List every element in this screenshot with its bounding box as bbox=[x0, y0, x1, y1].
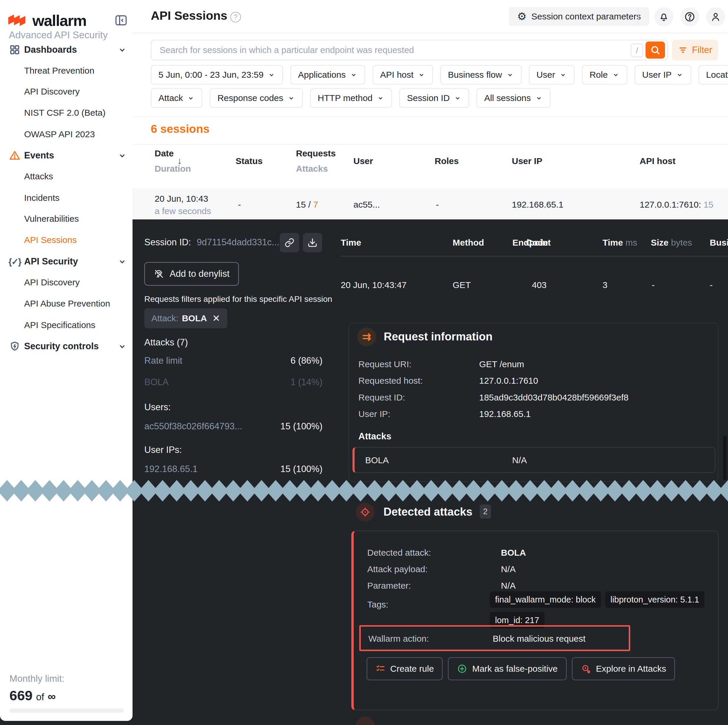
cell-api-host: 127.0.0.1:7610: 15 bbox=[640, 200, 713, 210]
sidebar-subtitle: Advanced API Security bbox=[9, 29, 108, 41]
main-content: API Sessions ? ⚙ Session context paramet… bbox=[133, 0, 728, 219]
attack-alert-row[interactable]: BOLA N/A bbox=[353, 447, 715, 473]
wallarm-app: wallarm Advanced API Security Dashboards… bbox=[0, 0, 728, 725]
col-date[interactable]: Date bbox=[154, 148, 174, 158]
close-icon[interactable]: ✕ bbox=[213, 313, 220, 324]
sidebar-item-dashboards[interactable]: Dashboards bbox=[0, 40, 133, 60]
sidebar-item-events[interactable]: Events bbox=[0, 145, 133, 166]
create-rule-button[interactable]: Create rule bbox=[367, 657, 443, 680]
session-row[interactable] bbox=[133, 188, 728, 218]
attack-bola-chip[interactable]: Attack: BOLA ✕ bbox=[144, 308, 227, 328]
request-info-icon: ⇉ bbox=[357, 327, 376, 346]
help-icon[interactable]: ? bbox=[230, 12, 241, 22]
cell-user: ac55... bbox=[353, 200, 380, 210]
sidebar-item-vulnerabilities[interactable]: Vulnerabilities bbox=[0, 208, 133, 229]
warning-triangle-icon bbox=[9, 150, 21, 161]
cell-requests: 15 / 7 bbox=[296, 200, 318, 210]
stat-user-ip[interactable]: 192.168.65.1 15 (100%) bbox=[144, 464, 323, 474]
col-duration: Duration bbox=[154, 164, 191, 174]
user-filter[interactable]: User bbox=[529, 65, 575, 84]
sidebar-item-attacks[interactable]: Attacks bbox=[0, 166, 133, 187]
page-header: API Sessions ? ⚙ Session context paramet… bbox=[133, 0, 728, 33]
scrollbar-thumb[interactable] bbox=[723, 436, 726, 480]
search-input[interactable] bbox=[151, 40, 668, 60]
attack-search-icon bbox=[581, 664, 591, 674]
user-ip-filter[interactable]: User IP bbox=[635, 65, 691, 84]
filters-note: Requests filters applied for this specif… bbox=[144, 294, 332, 304]
download-icon[interactable] bbox=[303, 233, 322, 252]
col-status: Status bbox=[236, 156, 263, 166]
date-range-filter[interactable]: 5 Jun, 0:00 - 23 Jun, 23:59 bbox=[151, 65, 283, 84]
user-profile-icon[interactable] bbox=[706, 8, 725, 26]
applications-filter[interactable]: Applications bbox=[291, 65, 365, 84]
header-divider bbox=[638, 8, 638, 25]
request-information-card: ⇉ Request information Request URI: GET /… bbox=[349, 323, 719, 482]
chevron-down-icon bbox=[117, 341, 127, 351]
api-host-filter[interactable]: API host bbox=[373, 65, 433, 84]
users-stats-title: Users: bbox=[144, 402, 171, 413]
search-button[interactable] bbox=[645, 41, 665, 59]
cell-roles: - bbox=[436, 200, 439, 210]
session-id-filter[interactable]: Session ID bbox=[399, 88, 469, 108]
checklist-icon bbox=[375, 664, 385, 674]
sidebar-item-api-specifications[interactable]: API Specifications bbox=[0, 315, 133, 335]
col-attacks: Attacks bbox=[296, 164, 328, 174]
tags-label: Tags: bbox=[367, 600, 388, 610]
sidebar-item-api-discovery-2[interactable]: API Discovery bbox=[0, 272, 133, 293]
mark-false-positive-button[interactable]: Mark as false-positive bbox=[448, 657, 566, 680]
stat-rate-limit[interactable]: Rate limit 6 (86%) bbox=[144, 355, 323, 366]
monthly-limit-label: Monthly limit: bbox=[9, 673, 64, 684]
sidebar-item-nist-csf[interactable]: NIST CSF 2.0 (Beta) bbox=[0, 102, 133, 123]
add-to-denylist-button[interactable]: Add to denylist bbox=[144, 262, 239, 286]
explore-in-attacks-button[interactable]: Explore in Attacks bbox=[572, 657, 675, 680]
detected-attacks-title: Detected attacks bbox=[384, 506, 473, 518]
http-method-filter[interactable]: HTTP method bbox=[310, 88, 392, 108]
rcol-time-ms: Time ms bbox=[603, 238, 637, 248]
col-api-host: API host bbox=[640, 156, 676, 166]
copy-link-icon[interactable] bbox=[280, 233, 299, 252]
session-details-panel: Session ID: 9d71154dadd331c... Add to de… bbox=[133, 219, 728, 725]
table-header-divider bbox=[341, 256, 728, 257]
business-flow-filter[interactable]: Business flow bbox=[440, 65, 521, 84]
filter-chips-row-1: 5 Jun, 0:00 - 23 Jun, 23:59 Applications… bbox=[151, 65, 728, 84]
role-filter[interactable]: Role bbox=[582, 65, 627, 84]
col-user-ip: User IP bbox=[512, 156, 542, 166]
chevron-down-icon bbox=[268, 71, 275, 79]
logo-text: wallarm bbox=[32, 12, 86, 29]
filter-icon bbox=[678, 45, 688, 55]
sidebar-item-security-controls[interactable]: Security controls bbox=[0, 336, 133, 356]
sidebar-item-api-security[interactable]: {✓} API Security bbox=[0, 251, 133, 272]
search-icon bbox=[650, 44, 661, 56]
sidebar-item-api-sessions[interactable]: API Sessions bbox=[0, 230, 133, 250]
request-info-title: Request information bbox=[384, 330, 492, 343]
sidebar-item-api-abuse-prevention[interactable]: API Abuse Prevention bbox=[0, 293, 133, 314]
detected-attacks-icon bbox=[356, 503, 375, 522]
monthly-limit-value: 669 of ∞ bbox=[9, 687, 56, 704]
sidebar-item-incidents[interactable]: Incidents bbox=[0, 188, 133, 208]
collapse-sidebar-icon[interactable] bbox=[114, 14, 128, 27]
filter-button[interactable]: Filter bbox=[672, 40, 718, 60]
fingerprint-off-icon bbox=[154, 269, 164, 279]
gear-icon: ⚙ bbox=[517, 11, 526, 22]
sidebar-item-threat-prevention[interactable]: Threat Prevention bbox=[0, 60, 133, 81]
session-context-parameters-button[interactable]: ⚙ Session context parameters bbox=[509, 7, 649, 26]
sidebar-item-api-discovery[interactable]: API Discovery bbox=[0, 81, 133, 102]
rcell-code: 403 bbox=[532, 280, 547, 290]
stat-bola[interactable]: BOLA 1 (14%) bbox=[144, 377, 323, 387]
all-sessions-filter[interactable]: All sessions bbox=[477, 88, 550, 108]
sidebar-item-owasp-api[interactable]: OWASP API 2023 bbox=[0, 124, 133, 145]
wallarm-action-highlight: Wallarm action: Block malicious request bbox=[359, 625, 630, 651]
notifications-bell-icon[interactable] bbox=[655, 8, 673, 26]
stat-user[interactable]: ac550f38c026f664793... 15 (100%) bbox=[144, 421, 323, 432]
rcell-time-ms: 3 bbox=[603, 280, 607, 290]
help-circle-icon[interactable] bbox=[680, 8, 699, 26]
locations-filter[interactable]: Locations bbox=[699, 65, 728, 84]
table-divider bbox=[133, 144, 728, 145]
shield-bolt-icon bbox=[9, 340, 21, 352]
response-codes-filter[interactable]: Response codes bbox=[210, 88, 303, 108]
attack-filter[interactable]: Attack bbox=[151, 88, 202, 108]
wallarm-logo-icon bbox=[8, 14, 28, 28]
attack-actions: Create rule Mark as false-positive Explo… bbox=[367, 657, 675, 680]
keyboard-shortcut-badge: / bbox=[631, 44, 643, 57]
next-section-icon bbox=[356, 716, 375, 725]
